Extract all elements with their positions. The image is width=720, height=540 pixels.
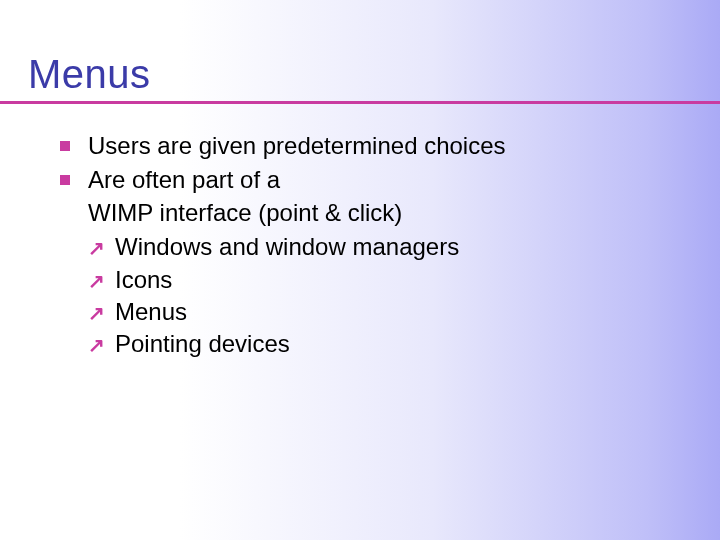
sub-list-item: ↗ Menus	[88, 296, 680, 328]
sub-bullet-text: Icons	[115, 264, 680, 296]
slide: Menus Users are given predetermined choi…	[0, 0, 720, 540]
list-item: Are often part of a WIMP interface (poin…	[60, 164, 680, 229]
title-block: Menus	[28, 52, 700, 104]
arrow-icon: ↗	[88, 300, 105, 327]
title-underline	[0, 101, 720, 104]
arrow-icon: ↗	[88, 235, 105, 262]
sub-bullet-text: Windows and window managers	[115, 231, 680, 263]
content-area: Users are given predetermined choices Ar…	[60, 130, 680, 361]
sub-list-item: ↗ Icons	[88, 264, 680, 296]
sub-bullet-text: Menus	[115, 296, 680, 328]
sub-list: ↗ Windows and window managers ↗ Icons ↗ …	[88, 231, 680, 361]
list-item: Users are given predetermined choices	[60, 130, 680, 162]
square-bullet-icon	[60, 175, 70, 185]
square-bullet-icon	[60, 141, 70, 151]
arrow-icon: ↗	[88, 268, 105, 295]
bullet-line: WIMP interface (point & click)	[88, 199, 402, 226]
bullet-line: Are often part of a	[88, 166, 280, 193]
slide-title: Menus	[28, 52, 700, 97]
bullet-text: Are often part of a WIMP interface (poin…	[88, 164, 680, 229]
sub-list-item: ↗ Pointing devices	[88, 328, 680, 360]
arrow-icon: ↗	[88, 332, 105, 359]
sub-bullet-text: Pointing devices	[115, 328, 680, 360]
bullet-text: Users are given predetermined choices	[88, 130, 680, 162]
sub-list-item: ↗ Windows and window managers	[88, 231, 680, 263]
